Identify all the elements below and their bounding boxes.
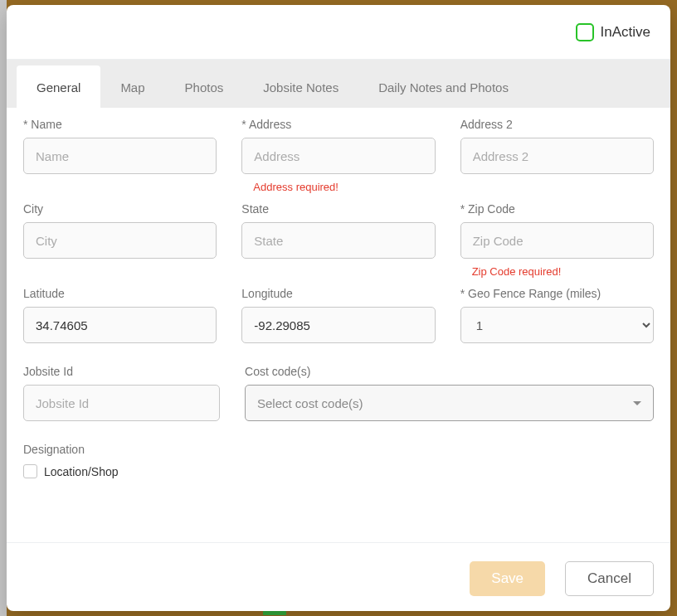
- geofence-label: * Geo Fence Range (miles): [460, 287, 654, 300]
- state-label: State: [241, 202, 435, 216]
- field-city: City: [23, 202, 217, 284]
- zip-input[interactable]: [460, 222, 654, 259]
- tab-general[interactable]: General: [17, 65, 100, 108]
- address-label: * Address: [241, 118, 435, 131]
- state-input[interactable]: [241, 222, 435, 259]
- field-zip: * Zip Code Zip Code required!: [460, 202, 654, 284]
- field-geofence: * Geo Fence Range (miles) 1: [460, 287, 654, 361]
- longitude-label: Longitude: [241, 287, 435, 300]
- latitude-label: Latitude: [23, 287, 217, 300]
- field-address2: Address 2: [460, 118, 654, 199]
- field-cost-codes: Cost code(s) Select cost code(s): [245, 365, 654, 439]
- cost-codes-label: Cost code(s): [245, 365, 654, 378]
- tab-bar: General Map Photos Jobsite Notes Daily N…: [7, 60, 670, 108]
- longitude-input[interactable]: [241, 307, 435, 343]
- field-latitude: Latitude: [23, 287, 217, 361]
- field-designation: Designation Location/Shop: [23, 443, 654, 478]
- field-longitude: Longitude: [241, 287, 435, 361]
- modal-header: InActive: [7, 5, 670, 60]
- chevron-down-icon: [633, 401, 641, 405]
- zip-error: Zip Code required!: [472, 265, 654, 278]
- location-shop-label: Location/Shop: [44, 465, 119, 478]
- jobsite-modal: InActive General Map Photos Jobsite Note…: [7, 5, 670, 611]
- cost-codes-select[interactable]: Select cost code(s): [245, 385, 654, 421]
- form-body: * Name * Address Address required! Addre…: [7, 108, 670, 542]
- field-address: * Address Address required!: [241, 118, 435, 199]
- name-label: * Name: [23, 118, 217, 131]
- designation-label: Designation: [23, 443, 654, 456]
- save-button[interactable]: Save: [470, 561, 545, 596]
- field-state: State: [241, 202, 435, 284]
- inactive-label: InActive: [601, 24, 650, 41]
- field-jobsite-id: Jobsite Id: [23, 365, 220, 439]
- cost-codes-placeholder: Select cost code(s): [257, 396, 363, 410]
- city-label: City: [23, 202, 217, 216]
- tab-map[interactable]: Map: [100, 65, 164, 108]
- field-name: * Name: [23, 118, 217, 199]
- zip-label: * Zip Code: [460, 202, 654, 216]
- checkbox-icon: [23, 464, 37, 478]
- address-error: Address required!: [253, 181, 435, 193]
- inactive-checkbox-icon: [576, 23, 594, 41]
- address2-label: Address 2: [460, 118, 654, 131]
- jobsite-id-input[interactable]: [23, 385, 220, 421]
- name-input[interactable]: [23, 138, 217, 174]
- address2-input[interactable]: [460, 138, 654, 174]
- geofence-select[interactable]: 1: [460, 307, 654, 343]
- tab-daily-notes[interactable]: Daily Notes and Photos: [358, 65, 528, 108]
- jobsite-id-label: Jobsite Id: [23, 365, 220, 378]
- location-shop-checkbox[interactable]: Location/Shop: [23, 464, 654, 478]
- inactive-checkbox-wrap[interactable]: InActive: [576, 23, 650, 41]
- cancel-button[interactable]: Cancel: [565, 561, 654, 596]
- tab-photos[interactable]: Photos: [165, 65, 244, 108]
- city-input[interactable]: [23, 222, 217, 259]
- tab-jobsite-notes[interactable]: Jobsite Notes: [243, 65, 358, 108]
- latitude-input[interactable]: [23, 307, 217, 343]
- address-input[interactable]: [241, 138, 435, 174]
- modal-footer: Save Cancel: [7, 542, 670, 611]
